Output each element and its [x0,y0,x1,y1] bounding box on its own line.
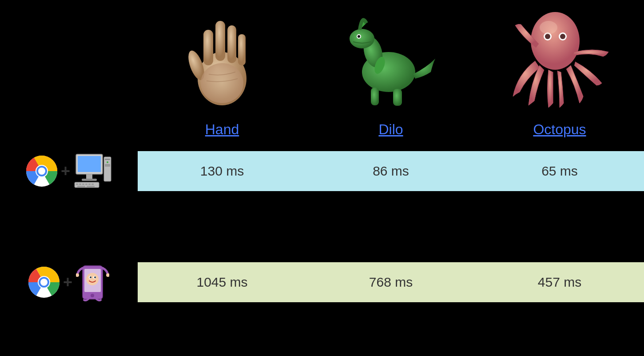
chrome-icon-desktop [26,156,57,187]
svg-rect-3 [215,21,225,61]
mobile-hand-value: 1045 ms [138,262,306,302]
mobile-data-bar: 1045 ms 768 ms 457 ms [138,262,644,302]
svg-point-15 [531,12,580,70]
octopus-column: Octopus [475,0,644,147]
octopus-image [475,0,644,117]
dilo-column: Dilo [306,0,475,147]
svg-rect-41 [91,184,94,185]
octopus-icon [509,8,611,110]
octopus-label[interactable]: Octopus [533,121,586,138]
svg-point-53 [90,276,91,278]
svg-rect-30 [82,179,97,181]
svg-rect-11 [393,89,402,106]
desktop-device-icon: + [0,153,138,189]
dilo-label[interactable]: Dilo [378,121,403,138]
svg-point-14 [358,35,360,38]
svg-rect-31 [104,157,111,181]
dino-icon [346,10,435,108]
dilo-image [306,0,475,117]
svg-point-17 [545,34,550,39]
desktop-row: + [0,151,644,191]
desktop-hand-value: 130 ms [138,151,306,191]
svg-rect-4 [227,25,236,63]
svg-rect-40 [88,184,91,185]
svg-point-19 [560,34,565,39]
svg-point-20 [540,21,557,34]
svg-point-33 [107,161,108,163]
svg-rect-10 [371,88,379,105]
svg-rect-43 [87,186,95,187]
plus-sign-mobile: + [63,273,72,292]
desktop-dilo-value: 86 ms [306,151,475,191]
hand-column: Hand [138,0,306,147]
svg-point-57 [91,294,94,297]
mobile-octopus-value: 457 ms [475,262,644,302]
header-row: Hand [138,0,644,147]
hand-icon [187,8,258,110]
desktop-computer-icon [74,153,111,189]
mobile-row: + [0,262,644,302]
svg-rect-28 [78,156,101,172]
chrome-icon-mobile [28,267,60,298]
plus-sign-desktop: + [61,162,70,180]
svg-point-54 [94,276,96,278]
svg-rect-5 [238,34,246,65]
svg-point-50 [86,273,99,285]
svg-rect-2 [203,30,213,65]
hand-image [138,0,306,117]
mobile-dilo-value: 768 ms [306,262,475,302]
svg-rect-38 [82,184,84,185]
svg-point-6 [201,63,243,103]
svg-rect-36 [76,184,78,185]
svg-rect-39 [85,184,87,185]
svg-rect-34 [105,164,110,167]
svg-point-47 [40,279,48,286]
svg-rect-37 [79,184,81,185]
desktop-composite: + [26,153,111,189]
desktop-octopus-value: 65 ms [475,151,644,191]
desktop-data-bar: 130 ms 86 ms 65 ms [138,151,644,191]
mobile-composite: + [28,264,109,301]
svg-point-26 [38,168,45,175]
hand-label[interactable]: Hand [205,121,239,138]
svg-rect-29 [86,174,92,179]
svg-point-9 [350,29,374,48]
mobile-device-icon: + [0,264,138,301]
svg-rect-32 [105,159,110,160]
mobile-device-icon-svg [76,264,109,301]
page-container: Hand [0,0,644,356]
svg-rect-42 [77,186,85,187]
